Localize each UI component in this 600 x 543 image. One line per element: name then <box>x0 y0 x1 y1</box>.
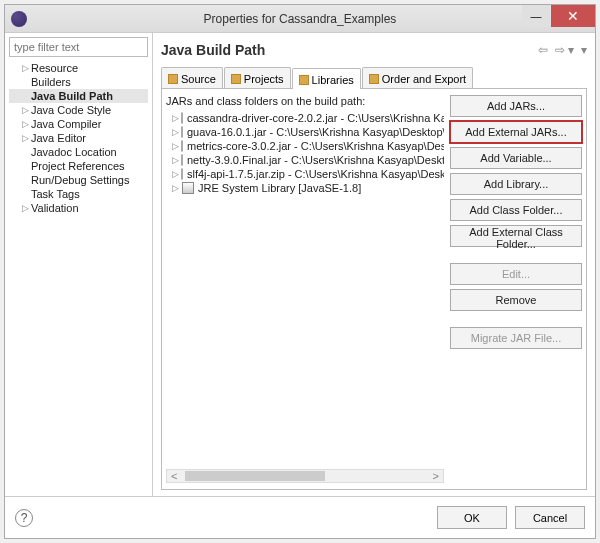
tree-item-java-code-style[interactable]: ▷Java Code Style <box>9 103 148 117</box>
minimize-button[interactable]: — <box>522 5 550 27</box>
jar-icon <box>181 112 183 124</box>
jar-entry[interactable]: ▷metrics-core-3.0.2.jar - C:\Users\Krish… <box>166 139 444 153</box>
property-tree-panel: ▷ResourceBuildersJava Build Path▷Java Co… <box>5 33 153 496</box>
jar-icon <box>181 126 183 138</box>
jar-entry[interactable]: ▷slf4j-api-1.7.5.jar.zip - C:\Users\Kris… <box>166 167 444 181</box>
add-external-class-folder-button[interactable]: Add External Class Folder... <box>450 225 582 247</box>
property-tree[interactable]: ▷ResourceBuildersJava Build Path▷Java Co… <box>9 61 148 215</box>
tab-source[interactable]: Source <box>161 67 223 88</box>
folder-icon <box>369 74 379 84</box>
page-panel: Java Build Path ⇦ ⇨ ▾ ▾ SourceProjectsLi… <box>153 33 595 496</box>
cancel-button[interactable]: Cancel <box>515 506 585 529</box>
tab-order-and-export[interactable]: Order and Export <box>362 67 473 88</box>
system-library-entry[interactable]: ▷JRE System Library [JavaSE-1.8] <box>166 181 444 195</box>
tree-item-java-build-path[interactable]: Java Build Path <box>9 89 148 103</box>
tabs: SourceProjectsLibrariesOrder and Export <box>161 67 587 89</box>
add-jars-button[interactable]: Add JARs... <box>450 95 582 117</box>
migrate-jar-button[interactable]: Migrate JAR File... <box>450 327 582 349</box>
add-class-folder-button[interactable]: Add Class Folder... <box>450 199 582 221</box>
tree-item-resource[interactable]: ▷Resource <box>9 61 148 75</box>
jar-entry[interactable]: ▷cassandra-driver-core-2.0.2.jar - C:\Us… <box>166 111 444 125</box>
tab-libraries[interactable]: Libraries <box>292 68 361 89</box>
horizontal-scrollbar[interactable]: < > <box>166 469 444 483</box>
folder-icon <box>231 74 241 84</box>
filter-input[interactable] <box>9 37 148 57</box>
add-external-jars-button[interactable]: Add External JARs... <box>450 121 582 143</box>
edit-button[interactable]: Edit... <box>450 263 582 285</box>
list-label: JARs and class folders on the build path… <box>166 95 444 107</box>
libraries-tab-body: JARs and class folders on the build path… <box>161 89 587 490</box>
properties-dialog: Properties for Cassandra_Examples — ✕ ▷R… <box>4 4 596 539</box>
page-nav: ⇦ ⇨ ▾ ▾ <box>534 43 587 57</box>
tree-item-java-compiler[interactable]: ▷Java Compiler <box>9 117 148 131</box>
tree-item-task-tags[interactable]: Task Tags <box>9 187 148 201</box>
forward-icon[interactable]: ⇨ ▾ <box>555 43 574 57</box>
add-variable-button[interactable]: Add Variable... <box>450 147 582 169</box>
folder-icon <box>299 75 309 85</box>
jar-list[interactable]: ▷cassandra-driver-core-2.0.2.jar - C:\Us… <box>166 111 444 465</box>
tree-item-builders[interactable]: Builders <box>9 75 148 89</box>
add-library-button[interactable]: Add Library... <box>450 173 582 195</box>
page-title: Java Build Path <box>161 42 265 58</box>
back-icon[interactable]: ⇦ <box>538 43 548 57</box>
titlebar: Properties for Cassandra_Examples — ✕ <box>5 5 595 33</box>
tree-item-javadoc-location[interactable]: Javadoc Location <box>9 145 148 159</box>
dialog-footer: ? OK Cancel <box>5 496 595 538</box>
menu-icon[interactable]: ▾ <box>581 43 587 57</box>
button-column: Add JARs... Add External JARs... Add Var… <box>450 95 582 483</box>
remove-button[interactable]: Remove <box>450 289 582 311</box>
tree-item-run-debug-settings[interactable]: Run/Debug Settings <box>9 173 148 187</box>
tab-projects[interactable]: Projects <box>224 67 291 88</box>
jar-icon <box>181 168 183 180</box>
tree-item-java-editor[interactable]: ▷Java Editor <box>9 131 148 145</box>
close-button[interactable]: ✕ <box>551 5 595 27</box>
ok-button[interactable]: OK <box>437 506 507 529</box>
jar-icon <box>181 140 183 152</box>
jar-entry[interactable]: ▷guava-16.0.1.jar - C:\Users\Krishna Kas… <box>166 125 444 139</box>
tree-item-validation[interactable]: ▷Validation <box>9 201 148 215</box>
help-icon[interactable]: ? <box>15 509 33 527</box>
folder-icon <box>168 74 178 84</box>
jar-entry[interactable]: ▷netty-3.9.0.Final.jar - C:\Users\Krishn… <box>166 153 444 167</box>
jar-icon <box>181 154 183 166</box>
window-title: Properties for Cassandra_Examples <box>204 12 397 26</box>
library-icon <box>182 182 194 194</box>
tree-item-project-references[interactable]: Project References <box>9 159 148 173</box>
eclipse-icon <box>11 11 27 27</box>
